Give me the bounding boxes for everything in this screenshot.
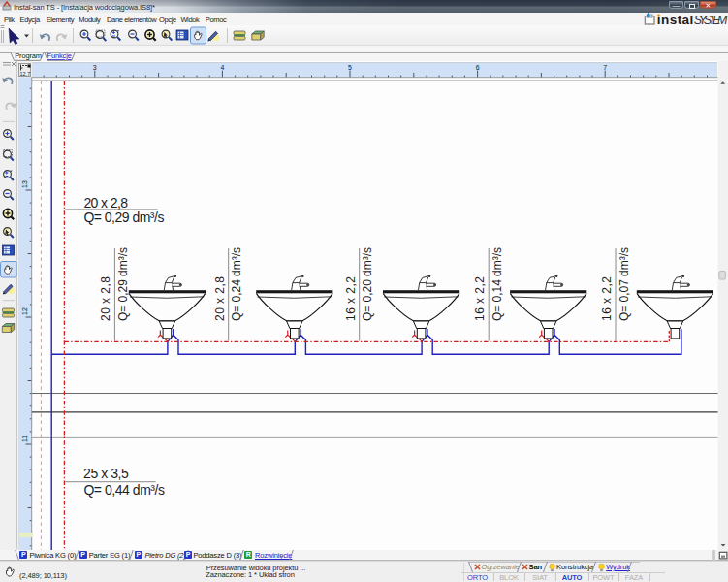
svg-text:Q= 0,14 dm³/s: Q= 0,14 dm³/s (491, 247, 504, 321)
svg-text:20 x 2,8: 20 x 2,8 (83, 195, 128, 210)
svg-text:4: 4 (220, 64, 224, 71)
svg-text:13: 13 (21, 180, 28, 188)
svg-text:12: 12 (21, 307, 28, 315)
svg-text:Q= 0,24 dm³/s: Q= 0,24 dm³/s (230, 247, 243, 321)
svg-text:3: 3 (93, 64, 97, 71)
svg-text:6: 6 (476, 64, 480, 71)
svg-text:16 x 2,2: 16 x 2,2 (473, 276, 487, 321)
svg-text:Q= 0,44 dm³/s: Q= 0,44 dm³/s (83, 482, 165, 498)
svg-text:Q= 0,29 dm³/s: Q= 0,29 dm³/s (116, 247, 130, 321)
svg-text:7: 7 (603, 64, 607, 71)
svg-text:16 x 2,2: 16 x 2,2 (344, 276, 358, 321)
svg-text:11: 11 (21, 436, 28, 442)
svg-text:5: 5 (348, 64, 352, 71)
svg-text:20 x 2,8: 20 x 2,8 (99, 276, 112, 321)
svg-text:25 x 3,5: 25 x 3,5 (83, 466, 129, 481)
svg-text:20 x 2,8: 20 x 2,8 (213, 276, 227, 321)
svg-text:16 x 2,2: 16 x 2,2 (600, 276, 614, 321)
svg-text:Q= 0,20 dm³/s: Q= 0,20 dm³/s (361, 247, 374, 321)
svg-text:Q= 0,29 dm³/s: Q= 0,29 dm³/s (83, 210, 164, 225)
svg-text:Q= 0,07 dm³/s: Q= 0,07 dm³/s (617, 247, 631, 321)
